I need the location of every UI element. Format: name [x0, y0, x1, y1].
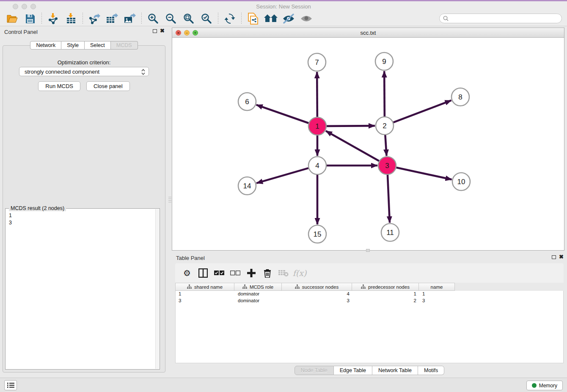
- edge-1-6[interactable]: [256, 105, 309, 123]
- float-panel-icon[interactable]: [153, 29, 157, 33]
- toolbar-separator: [41, 13, 42, 25]
- mcds-pane: Optimization criterion: strongly connect…: [3, 45, 165, 373]
- show-eye-icon[interactable]: [299, 12, 314, 25]
- add-icon[interactable]: [245, 267, 257, 279]
- toolbar-separator: [241, 13, 242, 25]
- deselect-all-icon[interactable]: [229, 267, 241, 279]
- export-network-icon[interactable]: [87, 12, 102, 25]
- edge-1-2[interactable]: [327, 126, 375, 126]
- node-10[interactable]: 10: [452, 173, 470, 190]
- refresh-layout-icon[interactable]: [223, 12, 237, 25]
- edge-2-3[interactable]: [385, 135, 386, 156]
- import-network-icon[interactable]: [46, 12, 61, 25]
- tab-edge-table[interactable]: Edge Table: [334, 366, 372, 375]
- edge-3-10[interactable]: [396, 168, 451, 179]
- svg-text:1: 1: [315, 122, 319, 130]
- close-table-panel-icon[interactable]: ✖: [559, 254, 564, 259]
- table-row[interactable]: 3dominator323: [176, 298, 563, 304]
- edge-2-9[interactable]: [384, 71, 385, 116]
- edge-3-1[interactable]: [326, 131, 379, 161]
- gear-icon[interactable]: ⚙: [181, 267, 193, 279]
- open-session-icon[interactable]: [5, 12, 19, 25]
- status-bar: Memory: [0, 378, 567, 392]
- panel-splitter-grip[interactable]: [168, 193, 171, 206]
- tab-style[interactable]: Style: [61, 41, 85, 50]
- search-field[interactable]: [439, 14, 562, 23]
- node-14[interactable]: 14: [238, 177, 256, 195]
- edge-3-11[interactable]: [388, 175, 390, 223]
- zoom-out-icon[interactable]: [164, 12, 178, 25]
- network-window-titlebar[interactable]: ✕ − + scc.txt: [172, 28, 564, 38]
- homes-icon[interactable]: [264, 12, 278, 25]
- import-table-icon[interactable]: [64, 12, 78, 25]
- edge-2-8[interactable]: [394, 100, 451, 122]
- node-4[interactable]: 4: [308, 157, 326, 174]
- node-7[interactable]: 7: [308, 53, 326, 71]
- svg-text:9: 9: [382, 58, 386, 66]
- node-8[interactable]: 8: [451, 88, 469, 106]
- svg-text:6: 6: [245, 98, 249, 106]
- optimization-criterion-label: Optimization criterion:: [3, 59, 165, 66]
- edge-1-7[interactable]: [317, 72, 317, 117]
- window-title: Session: New Session: [0, 3, 567, 10]
- svg-text:3: 3: [385, 162, 389, 170]
- trash-icon[interactable]: [261, 267, 273, 279]
- float-table-panel-icon[interactable]: [552, 255, 556, 259]
- export-table-icon[interactable]: [105, 12, 119, 25]
- save-session-icon[interactable]: [23, 12, 37, 25]
- hide-eye-icon[interactable]: [281, 12, 296, 25]
- select-all-icon[interactable]: [213, 267, 225, 279]
- tab-mcds[interactable]: MCDS: [111, 41, 138, 50]
- table-panel-title: Table Panel: [176, 255, 205, 261]
- column-header-shared-name[interactable]: shared name: [175, 283, 234, 291]
- column-header-MCDS-role[interactable]: MCDS role: [234, 283, 282, 291]
- close-panel-icon[interactable]: ✖: [160, 28, 165, 33]
- node-table-body[interactable]: 1dominator4113dominator323: [175, 291, 564, 363]
- node-2[interactable]: 2: [376, 117, 394, 135]
- svg-text:4: 4: [315, 162, 319, 170]
- column-header-predecessor-nodes[interactable]: predecessor nodes: [352, 283, 419, 291]
- tree-icon: [242, 284, 247, 289]
- network-canvas[interactable]: 7968124314101511: [172, 38, 564, 250]
- main-toolbar: [0, 11, 567, 26]
- result-scrollbar[interactable]: [155, 209, 159, 369]
- control-panel-title: Control Panel: [4, 29, 38, 35]
- node-11[interactable]: 11: [381, 224, 399, 241]
- control-panel: Control Panel ✖ NetworkStyleSelectMCDS O…: [0, 26, 168, 378]
- close-panel-button[interactable]: Close panel: [86, 81, 130, 91]
- mcds-result-list[interactable]: 1 3: [6, 210, 155, 369]
- copy-document-icon[interactable]: [246, 12, 260, 25]
- table-row[interactable]: 1dominator411: [176, 291, 563, 298]
- svg-text:10: 10: [457, 178, 465, 186]
- delete-table-icon: [278, 267, 289, 279]
- column-header-name[interactable]: name: [419, 283, 455, 291]
- tab-motifs[interactable]: Motifs: [418, 366, 444, 375]
- svg-text:15: 15: [314, 230, 322, 238]
- node-1[interactable]: 1: [308, 117, 326, 135]
- run-mcds-button[interactable]: Run MCDS: [38, 81, 80, 91]
- memory-button[interactable]: Memory: [526, 381, 563, 390]
- tab-network[interactable]: Network: [30, 41, 61, 50]
- table-tabs: Node TableEdge TableNetwork TableMotifs: [172, 366, 567, 375]
- show-columns-icon[interactable]: [197, 267, 209, 279]
- column-header-successor-nodes[interactable]: successor nodes: [282, 283, 352, 291]
- table-panel: Table Panel ✖ ⚙ f(x) shared nameMCDS rol…: [172, 252, 567, 377]
- zoom-in-icon[interactable]: [146, 12, 160, 25]
- horizontal-splitter-grip[interactable]: [366, 249, 370, 252]
- tab-select[interactable]: Select: [85, 41, 111, 50]
- task-history-button[interactable]: [4, 380, 17, 390]
- tree-icon: [361, 284, 366, 289]
- tab-network-table[interactable]: Network Table: [372, 366, 418, 375]
- zoom-selected-icon[interactable]: [199, 12, 214, 25]
- edge-4-14[interactable]: [256, 168, 308, 183]
- search-input[interactable]: [451, 16, 558, 22]
- node-9[interactable]: 9: [375, 52, 393, 70]
- tab-node-table[interactable]: Node Table: [295, 366, 334, 375]
- zoom-fit-icon[interactable]: [182, 12, 196, 25]
- export-image-icon[interactable]: [123, 12, 137, 25]
- node-3[interactable]: 3: [378, 157, 396, 174]
- search-icon: [443, 16, 449, 21]
- node-6[interactable]: 6: [238, 93, 256, 110]
- criterion-dropdown[interactable]: strongly connected component: [19, 67, 149, 76]
- node-15[interactable]: 15: [308, 225, 326, 243]
